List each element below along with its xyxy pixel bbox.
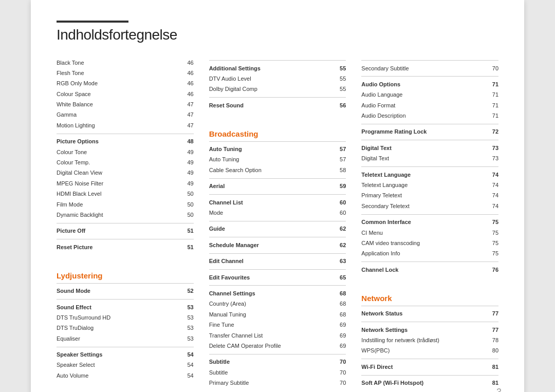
- toc-label: Reset Picture: [57, 244, 181, 251]
- toc-label: Audio Description: [361, 112, 486, 120]
- toc-num: 74: [486, 202, 498, 210]
- toc-num: 54: [181, 372, 194, 380]
- toc-label: WPS(PBC): [361, 347, 486, 354]
- page-title: Indholdsfortegnelse: [57, 27, 498, 43]
- toc-label: Picture Off: [57, 227, 181, 235]
- toc-num: 75: [486, 218, 498, 226]
- toc-num: 50: [181, 201, 194, 209]
- toc-label: Sound Effect: [57, 304, 181, 311]
- toc-label: Subtitle: [209, 369, 334, 377]
- toc-row: Channel List60: [209, 197, 346, 208]
- toc-num: 49: [181, 148, 194, 156]
- toc-num: 55: [334, 65, 346, 72]
- toc-label: DTS TruSurround HD: [57, 314, 181, 322]
- toc-num: 54: [181, 351, 194, 359]
- toc-label: Channel List: [209, 199, 334, 207]
- toc-label: Audio Format: [361, 102, 486, 109]
- toc-row: Programme Rating Lock72: [361, 127, 498, 137]
- toc-row: RGB Only Mode46: [57, 79, 194, 89]
- toc-num: 53: [181, 314, 194, 322]
- title-area: Indholdsfortegnelse: [57, 21, 498, 43]
- toc-row: Equaliser53: [57, 333, 194, 344]
- toc-row: Picture Off51: [57, 226, 194, 236]
- toc-row: Mode60: [209, 208, 346, 218]
- columns: Black Tone46Flesh Tone46RGB Only Mode46C…: [57, 58, 498, 388]
- toc-label: Additional Settings: [209, 65, 334, 72]
- toc-label: Fine Tune: [209, 321, 334, 329]
- toc-num: 60: [334, 199, 346, 207]
- toc-label: CAM video transcoding: [361, 239, 486, 247]
- toc-num: 70: [334, 369, 346, 377]
- toc-label: HDMI Black Level: [57, 190, 181, 198]
- toc-num: 70: [334, 379, 346, 387]
- toc-num: 47: [181, 101, 194, 108]
- toc-label: Teletext Language: [361, 181, 486, 189]
- toc-num: 69: [334, 321, 346, 329]
- toc-label: Secondary Subtitle: [361, 65, 486, 72]
- toc-row: DTS TruSurround HD53: [57, 312, 194, 323]
- toc-row: Picture Options48: [57, 137, 194, 147]
- toc-row: HDMI Black Level50: [57, 189, 194, 199]
- toc-num: 56: [334, 102, 346, 109]
- toc-label: Cable Search Option: [209, 166, 334, 174]
- toc-row: Motion Lighting47: [57, 120, 194, 130]
- toc-num: 55: [334, 85, 346, 93]
- toc-row: Subtitle70: [209, 357, 346, 367]
- toc-label: Colour Tone: [57, 148, 181, 156]
- toc-num: 73: [486, 144, 498, 152]
- toc-num: 75: [486, 229, 498, 237]
- divider: [209, 97, 346, 98]
- divider: [57, 283, 194, 284]
- divider: [209, 237, 346, 237]
- toc-row: Application Info75: [361, 249, 498, 259]
- page-number: 3: [496, 387, 502, 392]
- toc-num: 46: [181, 90, 194, 98]
- toc-num: 74: [486, 171, 498, 179]
- toc-label: Country (Area): [209, 300, 334, 308]
- toc-num: 65: [334, 274, 346, 282]
- divider: [57, 347, 194, 347]
- toc-label: Picture Options: [57, 138, 181, 145]
- toc-row: Colour Space46: [57, 89, 194, 99]
- divider: [361, 322, 498, 322]
- divider: [361, 166, 498, 167]
- section-heading: Broadcasting: [209, 129, 346, 138]
- toc-row: Primary Teletext74: [361, 191, 498, 201]
- toc-row: Digital Clean View49: [57, 168, 194, 178]
- toc-label: Application Info: [361, 250, 486, 257]
- toc-num: 49: [181, 159, 194, 166]
- toc-row: CI Menu75: [361, 228, 498, 238]
- toc-label: Common Interface: [361, 218, 486, 226]
- toc-row: Delete CAM Operator Profile69: [209, 341, 346, 351]
- toc-label: DTS TruDialog: [57, 324, 181, 332]
- toc-num: 68: [334, 311, 346, 319]
- toc-row: Teletext Language74: [361, 170, 498, 180]
- toc-row: Film Mode50: [57, 199, 194, 210]
- divider: [361, 375, 498, 376]
- toc-row: Wi-Fi Direct81: [361, 362, 498, 372]
- divider: [209, 285, 346, 286]
- toc-row: Gamma47: [57, 110, 194, 120]
- toc-num: 53: [181, 335, 194, 343]
- toc-num: 46: [181, 59, 194, 67]
- divider: [57, 134, 194, 134]
- toc-num: 71: [486, 102, 498, 109]
- toc-num: 72: [486, 128, 498, 136]
- toc-num: 59: [334, 182, 346, 190]
- toc-num: 47: [181, 111, 194, 119]
- toc-row: WPS(PBC)80: [361, 346, 498, 356]
- toc-row: Indstilling for netværk (trådløst)78: [361, 335, 498, 345]
- toc-num: 74: [486, 192, 498, 199]
- toc-row: Channel Lock76: [361, 265, 498, 275]
- toc-num: 69: [334, 332, 346, 340]
- toc-num: 50: [181, 190, 194, 198]
- toc-label: Equaliser: [57, 335, 181, 343]
- toc-label: Auto Tuning: [209, 145, 334, 153]
- toc-num: 74: [486, 181, 498, 189]
- toc-label: Film Mode: [57, 201, 181, 209]
- toc-num: 68: [334, 300, 346, 308]
- toc-row: Colour Temp.49: [57, 158, 194, 168]
- toc-num: 70: [334, 358, 346, 366]
- toc-num: 77: [486, 310, 498, 318]
- toc-label: Delete CAM Operator Profile: [209, 342, 334, 350]
